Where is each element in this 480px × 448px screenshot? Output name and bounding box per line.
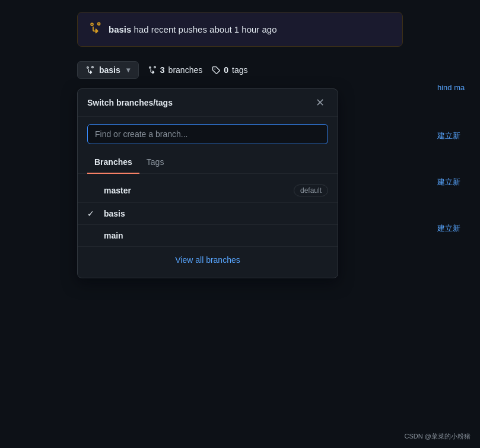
search-area [78,117,338,151]
branch-search-input[interactable] [87,124,328,144]
tab-branches[interactable]: Branches [87,151,139,174]
tab-tags[interactable]: Tags [139,151,171,174]
branch-item-master[interactable]: master default [78,179,338,202]
branch-item-main[interactable]: main [78,225,338,246]
branch-name-basis: basis [104,209,125,218]
branch-selector-button[interactable]: basis ▾ [77,61,139,79]
tags-count-link[interactable]: 0 tags [212,65,247,75]
tabs-bar: Branches Tags [78,151,338,174]
recent-pushes-banner: basis had recent pushes about 1 hour ago [77,12,403,47]
branch-list: master default ✓ basis main View all bra… [78,174,338,278]
overlay-text-2: 建立新 [433,98,480,147]
watermark: CSDN @菜菜的小粉猪 [405,432,471,441]
branch-tag-bar: basis ▾ 3 branches 0 tags [77,61,403,79]
right-overlay: hind ma 建立新 建立新 建立新 [433,0,480,448]
view-all-branches-link[interactable]: View all branches [78,247,338,273]
banner-message: basis had recent pushes about 1 hour ago [109,24,277,34]
branch-icon [90,22,101,37]
dropdown-header: Switch branches/tags ✕ [78,89,338,117]
branch-item-basis[interactable]: ✓ basis [78,203,338,224]
branch-dropdown-panel: Switch branches/tags ✕ Branches Tags mas… [77,88,338,278]
current-branch-label: basis [99,65,120,75]
branches-count-link[interactable]: 3 branches [148,65,202,75]
check-icon: ✓ [87,209,94,218]
close-button[interactable]: ✕ [312,96,328,109]
branch-name-main: main [104,231,123,240]
branch-name-master: master [104,186,131,195]
overlay-text-1: hind ma [433,77,480,98]
dropdown-title: Switch branches/tags [87,98,173,107]
chevron-down-icon: ▾ [126,66,130,74]
default-badge: default [294,185,328,196]
overlay-text-3: 建立新 [433,147,480,193]
overlay-text-4: 建立新 [433,193,480,240]
